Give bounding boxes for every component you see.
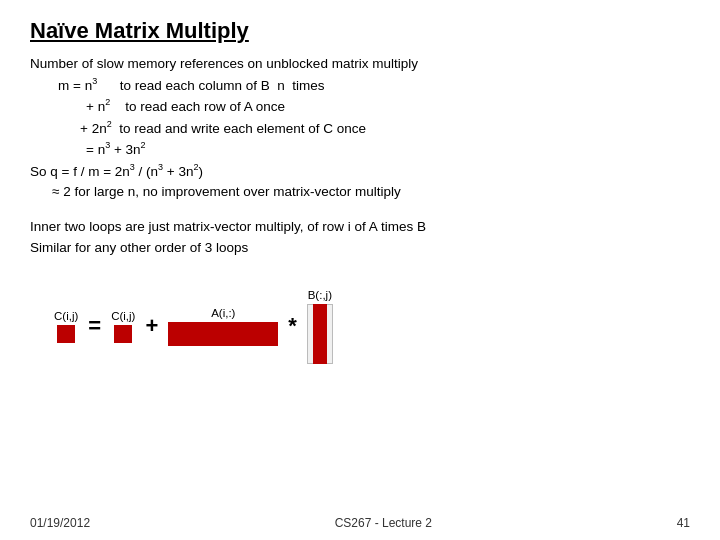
line3: + n2 to read each row of A once — [86, 96, 690, 117]
ai-matrix: A(i,:) — [168, 307, 278, 346]
line9: Similar for any other order of 3 loops — [30, 238, 690, 259]
footer-page: 41 — [677, 516, 690, 530]
ai-container — [168, 322, 278, 346]
footer: 01/19/2012 CS267 - Lecture 2 41 — [30, 516, 690, 530]
bj-matrix: B(:,j) — [307, 289, 333, 364]
bj-highlight — [313, 304, 327, 364]
line8: Inner two loops are just matrix-vector m… — [30, 217, 690, 238]
slide-title: Naïve Matrix Multiply — [30, 18, 690, 44]
content-area: Number of slow memory references on unbl… — [30, 54, 690, 203]
plus-operator: + — [145, 313, 158, 339]
slide: Naïve Matrix Multiply Number of slow mem… — [0, 0, 720, 540]
bj-container — [307, 304, 333, 364]
extra-content: Inner two loops are just matrix-vector m… — [30, 217, 690, 259]
cij-right: C(i,j) — [111, 310, 135, 343]
bj-label: B(:,j) — [308, 289, 332, 301]
ai-highlight — [168, 322, 278, 346]
footer-date: 01/19/2012 — [30, 516, 90, 530]
line4: + 2n2 to read and write each element of … — [80, 118, 690, 139]
footer-course: CS267 - Lecture 2 — [335, 516, 432, 530]
cij-left-box — [57, 325, 75, 343]
times-operator: * — [288, 313, 297, 339]
equals-operator: = — [88, 313, 101, 339]
line6: So q = f / m = 2n3 / (n3 + 3n2) — [30, 161, 690, 182]
line7: ≈ 2 for large n, no improvement over mat… — [52, 182, 690, 203]
line1: Number of slow memory references on unbl… — [30, 54, 690, 75]
line2: m = n3 to read each column of B n times — [58, 75, 690, 96]
cij-right-box — [114, 325, 132, 343]
cij-left: C(i,j) — [54, 310, 78, 343]
diagram-area: C(i,j) = C(i,j) + A(i,:) * B(:,j) — [50, 289, 690, 364]
cij-right-label: C(i,j) — [111, 310, 135, 322]
line5: = n3 + 3n2 — [86, 139, 690, 160]
ai-label: A(i,:) — [211, 307, 235, 319]
cij-left-label: C(i,j) — [54, 310, 78, 322]
